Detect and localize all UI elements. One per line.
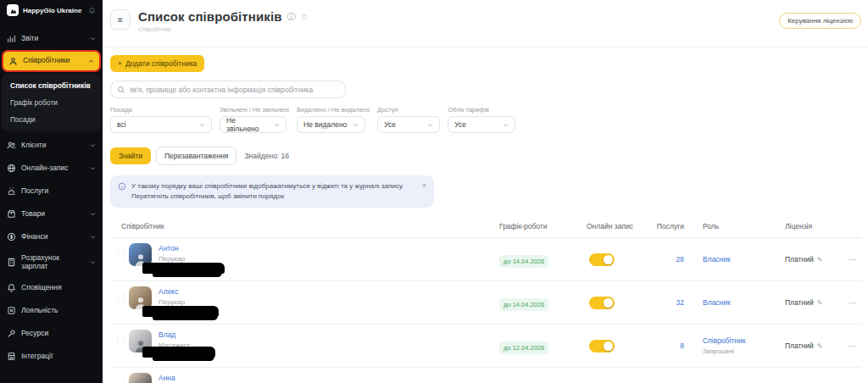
schedule-badge[interactable]: до 14.04.2026	[499, 298, 548, 311]
table-row: ⋮⋮ Алекс Перукар до 14.04.2026 32 Власни…	[110, 281, 861, 325]
search-icon	[117, 86, 125, 94]
info-icon[interactable]: ⓘ	[287, 11, 295, 23]
access-select[interactable]: Усе	[377, 116, 440, 133]
col-online-booking: Онлайн запис	[574, 222, 647, 230]
brand-name: HappyGlo Ukraine	[23, 7, 81, 14]
people-icon	[7, 141, 16, 150]
services-count-link[interactable]: 32	[647, 298, 689, 307]
drag-handle[interactable]: ⋮⋮	[114, 330, 122, 345]
drag-handle[interactable]: ⋮⋮	[114, 286, 122, 302]
filter-position: Посада всі	[110, 106, 212, 133]
tariffs-select[interactable]: Усе	[448, 116, 515, 133]
page-title: Список співробітників	[138, 9, 281, 24]
chevron-down-icon	[90, 259, 96, 265]
hammer-icon	[7, 329, 16, 338]
sidebar-item-resources[interactable]: Ресурси	[0, 322, 103, 345]
main-content: + Додати співробітника Посада всі Звільн…	[103, 47, 868, 383]
deleted-select[interactable]: Не видалено	[297, 116, 365, 133]
services-count-link[interactable]: 28	[647, 255, 689, 264]
info-banner: У такому порядку ваші співробітники відо…	[110, 175, 434, 208]
sidebar-item-employees[interactable]: Співробітники	[2, 50, 101, 72]
drag-handle[interactable]: ⋮⋮	[114, 243, 122, 258]
col-license: Ліцензія	[768, 222, 844, 230]
chevron-up-icon	[88, 58, 94, 64]
chevron-down-icon	[90, 36, 96, 42]
license-value: Платний	[785, 255, 814, 264]
edit-pencil-icon[interactable]: ✎	[817, 342, 823, 350]
sidebar-item-loyalty[interactable]: Лояльність	[0, 299, 103, 322]
banner-text: У такому порядку ваші співробітники відо…	[131, 181, 414, 202]
table-row: ⋮⋮ Антон Перукар до 14.04.2026 28 Власни…	[110, 238, 861, 281]
app-window: HappyGlo Ukraine Звіти Співробітники Спи…	[0, 0, 868, 383]
sidebar-item-clients[interactable]: Клієнти	[0, 134, 103, 157]
table-header: Співробітник Графік-роботи Онлайн запис …	[110, 217, 861, 238]
employee-name-link[interactable]: Влад	[159, 330, 190, 339]
favorite-star-icon[interactable]: ☆	[300, 12, 308, 21]
sidebar-item-notifications[interactable]: Сповіщення	[0, 276, 103, 299]
chevron-down-icon	[90, 234, 96, 240]
brand-logo	[7, 4, 19, 16]
sidebar-item-finances[interactable]: Фінанси	[0, 225, 103, 248]
table-row: ⋮⋮ Влад Масажист до 12.04.2026 8 Співроб…	[110, 325, 861, 368]
reload-button[interactable]: Перезавантаження	[156, 147, 237, 165]
employee-name-link[interactable]: Анна	[159, 373, 195, 382]
online-booking-toggle[interactable]	[589, 253, 615, 266]
banner-close-icon[interactable]: ×	[422, 181, 426, 190]
services-count-link[interactable]: 8	[647, 341, 689, 350]
sidebar-item-goods[interactable]: Товари	[0, 203, 103, 225]
page-header: ≡ Список співробітників ⓘ ☆ Співробітник…	[103, 0, 868, 47]
sidebar-item-integrations[interactable]: Інтеграції	[0, 345, 103, 368]
edit-pencil-icon[interactable]: ✎	[817, 256, 823, 264]
sidebar-item-payroll[interactable]: Розрахунок зарплат	[0, 248, 103, 276]
title-block: Список співробітників ⓘ ☆ Співробітник	[138, 9, 308, 32]
edit-pencil-icon[interactable]: ✎	[817, 299, 823, 307]
submenu-item-employee-list[interactable]: Список співробітників	[2, 77, 101, 94]
chevron-down-icon	[269, 122, 280, 128]
breadcrumb: Співробітник	[138, 26, 308, 32]
employee-name-link[interactable]: Алекс	[159, 286, 185, 296]
submenu-item-work-schedule[interactable]: Графік роботи	[2, 94, 101, 111]
table-row: ⋮⋮ Анна Косметолог до 14.04.2026 21 Запр…	[110, 368, 861, 383]
role-link[interactable]: Власник	[703, 298, 768, 307]
schedule-badge[interactable]: до 14.04.2026	[499, 255, 548, 268]
submenu-item-positions[interactable]: Посади	[2, 111, 101, 128]
menu-toggle-button[interactable]: ≡	[110, 9, 131, 30]
online-booking-toggle[interactable]	[589, 297, 615, 309]
employee-search	[110, 80, 346, 98]
chevron-down-icon	[90, 211, 96, 217]
employee-name-link[interactable]: Антон	[159, 243, 185, 253]
employee-position: Перукар	[159, 298, 185, 306]
chevron-down-icon	[90, 165, 96, 171]
online-booking-toggle[interactable]	[589, 340, 615, 352]
sidebar: HappyGlo Ukraine Звіти Співробітники Спи…	[0, 0, 103, 383]
filter-access: Доступ Усе	[377, 106, 440, 133]
service-bell-icon	[7, 186, 16, 196]
row-menu-button[interactable]: ⋯	[844, 255, 861, 264]
manage-license-button[interactable]: Керування ліцензією	[779, 13, 861, 29]
drag-handle[interactable]: ⋮⋮	[114, 373, 122, 383]
role-link[interactable]: Співробітник	[703, 336, 768, 345]
redacted-contact-info	[142, 263, 225, 274]
search-input[interactable]	[130, 86, 339, 94]
found-count: Знайдено: 16	[244, 152, 289, 160]
dismissed-select[interactable]: Не звільнено	[220, 116, 287, 133]
find-button[interactable]: Знайти	[110, 147, 151, 164]
col-services: Послуги	[647, 222, 689, 230]
avatar	[129, 373, 152, 383]
plus-icon: +	[118, 59, 122, 68]
chevron-down-icon	[422, 122, 433, 128]
sidebar-item-online-booking[interactable]: Онлайн-запис	[0, 157, 103, 180]
row-menu-button[interactable]: ⋯	[844, 341, 861, 351]
sidebar-item-reports[interactable]: Звіти	[0, 27, 103, 50]
col-schedule: Графік-роботи	[496, 222, 574, 230]
sidebar-item-services[interactable]: Послуги	[0, 180, 103, 203]
box-icon	[7, 209, 16, 219]
schedule-badge[interactable]: до 12.04.2026	[499, 341, 548, 354]
add-employee-button[interactable]: + Додати співробітника	[110, 55, 204, 72]
notification-bell-icon[interactable]	[88, 7, 96, 14]
role-link[interactable]: Власник	[703, 255, 768, 264]
role-subtext: Запрошені	[703, 347, 768, 355]
redacted-contact-info	[142, 306, 219, 317]
position-select[interactable]: всі	[110, 116, 212, 133]
row-menu-button[interactable]: ⋯	[844, 298, 861, 308]
